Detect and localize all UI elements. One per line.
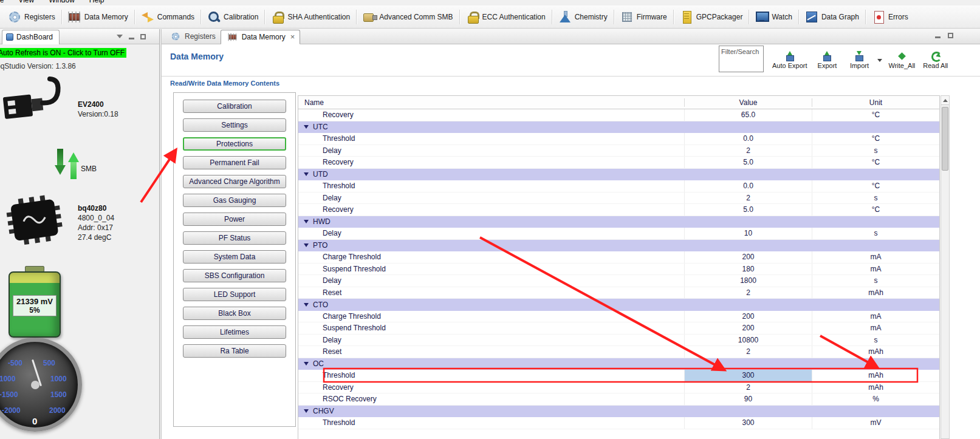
menu-window[interactable]: Window (49, 0, 75, 4)
view-menu-icon[interactable] (117, 35, 123, 38)
category-gas-gauging[interactable]: Gas Gauging (183, 194, 286, 207)
cell-value[interactable]: 200 (684, 251, 812, 263)
cell-value[interactable]: 1800 (684, 275, 812, 287)
table-row-charge-threshold[interactable]: Charge Threshold200mA (298, 311, 939, 323)
cell-value[interactable]: 300 (684, 417, 812, 429)
toolbar-registers[interactable]: Registers (4, 9, 60, 26)
table-section-cto[interactable]: CTO (298, 299, 939, 311)
cell-value[interactable]: 2 (684, 382, 812, 393)
table-row-recovery[interactable]: Recovery2mAh (298, 382, 939, 394)
dashboard-tab[interactable]: DashBoard (2, 30, 60, 44)
write-all-button[interactable]: Write_All (885, 50, 918, 71)
maximize-icon[interactable] (140, 34, 146, 39)
category-advanced-charge-algorithm[interactable]: Advanced Charge Algorithm (183, 175, 286, 188)
table-section-chgv[interactable]: CHGV (298, 406, 939, 418)
table-row-delay[interactable]: Delay2s (298, 192, 939, 205)
cell-value[interactable]: 10800 (684, 335, 812, 346)
toolbar-commands[interactable]: Commands (137, 9, 199, 26)
table-row-reset[interactable]: Reset2mAh (298, 346, 939, 358)
table-section-oc[interactable]: OC (298, 358, 939, 370)
toolbar-gpcpackager[interactable]: GPCPackager (676, 9, 747, 26)
toolbar-data-memory[interactable]: Data Memory (64, 9, 132, 26)
cell-value[interactable]: 2 (684, 346, 812, 358)
toolbar-sha-authentication[interactable]: SHA Authentication (267, 9, 354, 26)
close-icon[interactable]: × (290, 33, 295, 41)
category-lifetimes[interactable]: Lifetimes (183, 325, 286, 339)
read-all-button[interactable]: Read All (920, 50, 951, 71)
cell-value[interactable]: 200 (684, 322, 812, 334)
category-power[interactable]: Power (183, 213, 286, 226)
table-row-charge-threshold[interactable]: Charge Threshold200mA (298, 251, 939, 264)
cell-value[interactable]: 2 (684, 192, 812, 204)
category-calibration[interactable]: Calibration (183, 100, 286, 113)
table-row-threshold[interactable]: Threshold0.0°C (298, 133, 939, 145)
category-system-data[interactable]: System Data (183, 250, 286, 264)
category-ra-table[interactable]: Ra Table (183, 344, 286, 358)
cell-value[interactable]: 180 (684, 264, 812, 275)
export-icon (822, 52, 832, 60)
toolbar-advanced-comm-smb[interactable]: Advanced Comm SMB (358, 9, 457, 26)
cell-value[interactable]: 2 (684, 145, 812, 157)
cell-value[interactable]: 200 (684, 311, 812, 322)
tab-data-memory[interactable]: Data Memory× (221, 30, 301, 44)
table-row-delay[interactable]: Delay10s (298, 228, 939, 240)
toolbar-errors[interactable]: Errors (868, 9, 913, 26)
minimize-icon[interactable] (129, 38, 134, 39)
category-led-support[interactable]: LED Support (183, 288, 286, 301)
table-row-suspend-threshold[interactable]: Suspend Threshold180mA (298, 264, 939, 276)
table-row-delay[interactable]: Delay10800s (298, 335, 939, 347)
toolbar-calibration[interactable]: Calibration (203, 9, 262, 26)
menu-file[interactable]: File (0, 0, 4, 4)
table-row-reset[interactable]: Reset2mAh (298, 287, 939, 299)
cell-value[interactable]: 5.0 (684, 157, 812, 168)
category-settings[interactable]: Settings (183, 118, 286, 132)
scroll-up-button[interactable] (941, 96, 949, 105)
toolbar-ecc-authentication[interactable]: ECC Authentication (462, 9, 550, 26)
cell-value[interactable]: 0.0 (684, 133, 812, 145)
toolbar-chemistry[interactable]: Chemistry (554, 9, 612, 26)
export-button[interactable]: Export (812, 50, 842, 71)
auto-export-button[interactable]: Auto Export (769, 50, 810, 71)
cell-value[interactable]: 65.0 (684, 109, 812, 121)
scroll-thumb[interactable] (942, 107, 948, 171)
table-section-utd[interactable]: UTD (298, 169, 939, 181)
table-section-hwd[interactable]: HWD (298, 216, 939, 228)
chevron-down-icon[interactable] (877, 59, 882, 62)
category-permanent-fail[interactable]: Permanent Fail (183, 156, 286, 169)
cell-value[interactable]: 300 (684, 370, 812, 381)
category-pf-status[interactable]: PF Status (183, 231, 286, 245)
toolbar-separator (264, 10, 265, 24)
category-sbs-configuration[interactable]: SBS Configuration (183, 269, 286, 282)
maximize-view-icon[interactable] (948, 33, 953, 38)
import-button[interactable]: Import (844, 50, 874, 71)
cell-value[interactable]: 5.0 (684, 204, 812, 216)
table-row-suspend-threshold[interactable]: Suspend Threshold200mA (298, 322, 939, 335)
category-black-box[interactable]: Black Box (183, 307, 286, 320)
table-row-threshold[interactable]: Threshold300mAh (298, 370, 939, 382)
table-row-recovery[interactable]: Recovery65.0°C (298, 109, 939, 121)
toolbar-data-graph[interactable]: Data Graph (801, 9, 863, 26)
search-input[interactable] (719, 46, 764, 72)
category-protections[interactable]: Protections (183, 137, 286, 151)
table-row-recovery[interactable]: Recovery5.0°C (298, 204, 939, 216)
menu-help[interactable]: Help (89, 0, 105, 4)
table-scrollbar[interactable] (941, 95, 950, 439)
menu-view[interactable]: View (18, 0, 34, 4)
cell-value[interactable]: 10 (684, 228, 812, 239)
table-section-utc[interactable]: UTC (298, 121, 939, 134)
table-row-recovery[interactable]: Recovery5.0°C (298, 157, 939, 169)
table-row-threshold[interactable]: Threshold300mV (298, 417, 939, 429)
toolbar-firmware[interactable]: Firmware (616, 9, 671, 26)
toolbar-watch[interactable]: Watch (751, 9, 797, 26)
table-row-threshold[interactable]: Threshold0.0°C (298, 180, 939, 192)
minimize-view-icon[interactable] (935, 36, 941, 38)
auto-refresh-banner[interactable]: Auto Refresh is ON - Click to Turn OFF (0, 48, 126, 58)
table-section-pto[interactable]: PTO (298, 240, 939, 252)
table-row-delay[interactable]: Delay1800s (298, 275, 939, 287)
tab-registers[interactable]: Registers (164, 29, 221, 44)
table-row-rsoc-recovery[interactable]: RSOC Recovery90% (298, 393, 939, 406)
table-row-delay[interactable]: Delay2s (298, 145, 939, 157)
cell-value[interactable]: 2 (684, 287, 812, 299)
cell-value[interactable]: 90 (684, 393, 812, 405)
cell-value[interactable]: 0.0 (684, 180, 812, 192)
